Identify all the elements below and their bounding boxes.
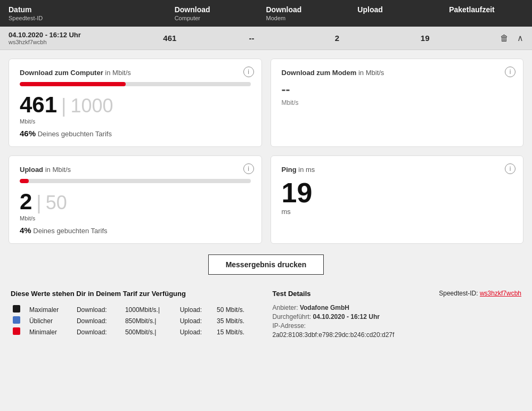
- dl-computer-progress-fill: [20, 82, 126, 86]
- tariff-type: Üblicher: [27, 315, 75, 326]
- ip-row: IP-Adresse:: [273, 322, 522, 330]
- speedtest-id-label: Speedtest-ID:: [439, 290, 478, 297]
- col-upload: Upload: [349, 0, 440, 27]
- dl-computer-percent-text: Deines gebuchten Tarifs: [38, 130, 112, 138]
- tariff-dl-label: Download:: [75, 326, 123, 338]
- col-paketlaufzeit: Paketlaufzeit: [440, 0, 532, 27]
- info-icon-dl-modem[interactable]: i: [505, 67, 515, 77]
- tariff-type: Minimaler: [27, 326, 75, 338]
- col-download-modem: Download Modem: [258, 0, 349, 27]
- dl-computer-unit: Mbit/s: [20, 118, 251, 125]
- card-ping: Ping in ms i 19 ms: [271, 155, 524, 244]
- info-icon-dl-computer[interactable]: i: [243, 67, 254, 77]
- row-speedtest-id: ws3hzkf7wcbh: [9, 39, 146, 45]
- card-download-modem: Download zum Modem in Mbit/s i -- Mbit/s: [271, 59, 524, 147]
- row-date: 04.10.2020 - 16:12 Uhr: [9, 31, 146, 39]
- tariff-table: Maximaler Download: 1000Mbit/s.| Upload:…: [11, 304, 260, 338]
- card-dl-modem-title: Download zum Modem in Mbit/s: [282, 69, 513, 77]
- col-dl-modem-sublabel: Modem: [266, 15, 341, 21]
- row-upload: 2: [326, 29, 412, 47]
- tariff-type: Maximaler: [27, 304, 75, 315]
- col-dl-computer-sublabel: Computer: [175, 15, 249, 21]
- col-datum-sublabel: Speedtest-ID: [9, 15, 158, 21]
- durchgefuehrt-value: 04.10.2020 - 16:12 Uhr: [313, 313, 380, 320]
- row-dl-modem: --: [241, 29, 326, 47]
- table-header: Datum Speedtest-ID Download Computer Dow…: [0, 0, 532, 27]
- upload-percent-row: 4% Deines gebuchten Tarifs: [20, 226, 251, 235]
- durchgefuehrt-row: Durchgeführt: 04.10.2020 - 16:12 Uhr: [273, 313, 522, 320]
- dl-computer-percent-row: 46% Deines gebuchten Tarifs: [20, 129, 251, 138]
- tariff-color-cell: [11, 326, 27, 338]
- col-download-computer: Download Computer: [166, 0, 258, 27]
- tariff-ul-value: 50 Mbit/s.: [215, 304, 259, 315]
- row-actions: 🗑 ∧: [498, 32, 532, 44]
- tariff-ul-label: Upload:: [178, 304, 215, 315]
- info-icon-ping[interactable]: i: [505, 163, 515, 174]
- tariff-color-cell: [11, 304, 27, 315]
- anbieter-row: Anbieter: Vodafone GmbH: [273, 304, 522, 311]
- anbieter-label: Anbieter:: [273, 304, 298, 311]
- collapse-button[interactable]: ∧: [515, 32, 526, 44]
- bottom-section: Diese Werte stehen Dir in Deinem Tarif z…: [9, 290, 523, 340]
- ip-value-row: 2a02:8108:3dbf:e798:29dc:b246:cd20:d27f: [273, 331, 522, 339]
- speedtest-id-container: Speedtest-ID: ws3hzkf7wcbh: [439, 290, 521, 297]
- card-upload: Upload in Mbit/s i 2 | 50 Mbit/s 4% Dein…: [9, 155, 262, 244]
- tariff-color-cell: [11, 315, 27, 326]
- upload-percent: 4%: [20, 226, 31, 235]
- tariff-dl-value: 500Mbit/s.|: [123, 326, 178, 338]
- tariff-ul-value: 15 Mbit/s.: [215, 326, 259, 338]
- tariff-row: Minimaler Download: 500Mbit/s.| Upload: …: [11, 326, 260, 338]
- tariff-dl-label: Download:: [75, 304, 123, 315]
- test-details-section: Test Details Anbieter: Vodafone GmbH Dur…: [273, 290, 522, 340]
- tariff-dl-label: Download:: [75, 315, 123, 326]
- dl-computer-values: 461 | 1000: [20, 94, 251, 117]
- ip-value: 2a02:8108:3dbf:e798:29dc:b246:cd20:d27f: [273, 331, 395, 339]
- card-dl-computer-title: Download zum Computer in Mbit/s: [20, 69, 251, 77]
- speedtest-id-link[interactable]: ws3hzkf7wcbh: [480, 290, 521, 297]
- cards-grid: Download zum Computer in Mbit/s i 461 | …: [9, 59, 523, 244]
- col-upload-label: Upload: [357, 5, 432, 14]
- ping-value: 19: [282, 179, 513, 207]
- card-download-computer: Download zum Computer in Mbit/s i 461 | …: [9, 59, 262, 147]
- col-datum-label: Datum: [9, 5, 158, 14]
- card-upload-title: Upload in Mbit/s: [20, 166, 251, 174]
- durchgefuehrt-label: Durchgeführt:: [273, 313, 312, 320]
- delete-button[interactable]: 🗑: [498, 32, 511, 44]
- upload-unit: Mbit/s: [20, 215, 251, 221]
- col-datum: Datum Speedtest-ID: [0, 0, 166, 27]
- dl-computer-percent: 46%: [20, 129, 36, 138]
- upload-max: 50: [46, 192, 67, 214]
- upload-percent-text: Deines gebuchten Tarifs: [33, 227, 107, 235]
- ip-label: IP-Adresse:: [273, 322, 306, 330]
- row-dl-computer: 461: [154, 29, 240, 47]
- test-details-grid: Anbieter: Vodafone GmbH Durchgeführt: 04…: [273, 304, 522, 339]
- print-button[interactable]: Messergebnis drucken: [208, 254, 324, 275]
- tariff-row: Maximaler Download: 1000Mbit/s.| Upload:…: [11, 304, 260, 315]
- dl-modem-dash: --: [282, 82, 513, 97]
- dl-computer-progress-bar: [20, 82, 251, 86]
- tariff-ul-label: Upload:: [178, 326, 215, 338]
- upload-value: 2: [20, 191, 32, 213]
- main-content: Download zum Computer in Mbit/s i 461 | …: [0, 50, 532, 349]
- tariff-ul-value: 35 Mbit/s.: [215, 315, 259, 326]
- dl-computer-max: 1000: [70, 95, 113, 117]
- tariff-dl-value: 850Mbit/s.|: [123, 315, 178, 326]
- tariff-title: Diese Werte stehen Dir in Deinem Tarif z…: [11, 290, 260, 298]
- dl-computer-value: 461: [20, 94, 57, 116]
- card-ping-title: Ping in ms: [282, 166, 513, 174]
- tariff-dl-value: 1000Mbit/s.|: [123, 304, 178, 315]
- upload-progress-fill: [20, 179, 29, 183]
- col-paket-label: Paketlaufzeit: [449, 5, 523, 14]
- col-dl-computer-label: Download: [175, 5, 249, 14]
- print-btn-container: Messergebnis drucken: [9, 254, 523, 275]
- anbieter-value: Vodafone GmbH: [300, 304, 349, 311]
- dl-modem-unit: Mbit/s: [282, 99, 513, 106]
- row-date-col: 04.10.2020 - 16:12 Uhr ws3hzkf7wcbh: [0, 27, 154, 50]
- data-row: 04.10.2020 - 16:12 Uhr ws3hzkf7wcbh 461 …: [0, 27, 532, 50]
- upload-progress-bar: [20, 179, 251, 183]
- tariff-ul-label: Upload:: [178, 315, 215, 326]
- tariff-row: Üblicher Download: 850Mbit/s.| Upload: 3…: [11, 315, 260, 326]
- row-paket: 19: [412, 29, 498, 47]
- tariff-section: Diese Werte stehen Dir in Deinem Tarif z…: [11, 290, 260, 340]
- info-icon-upload[interactable]: i: [243, 163, 254, 174]
